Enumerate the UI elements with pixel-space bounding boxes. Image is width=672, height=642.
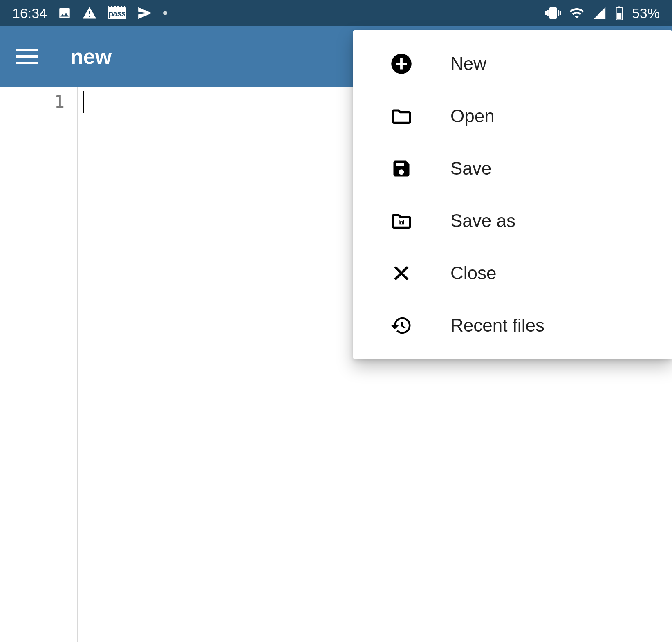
hamburger-menu-button[interactable]	[16, 49, 38, 64]
save-icon	[390, 158, 413, 179]
folder-open-icon	[390, 104, 413, 128]
menu-item-label: Open	[450, 106, 647, 126]
overflow-menu: New Open Save Save as Close Recent files	[353, 30, 672, 359]
battery-icon	[615, 6, 624, 20]
menu-item-open[interactable]: Open	[353, 90, 672, 142]
vibrate-icon	[545, 5, 561, 21]
status-bar: 16:34 pass 53%	[0, 0, 672, 26]
menu-item-save[interactable]: Save	[353, 142, 672, 195]
warning-icon	[82, 6, 97, 20]
page-title: new	[70, 44, 112, 69]
wifi-icon	[569, 5, 585, 21]
text-cursor	[83, 91, 84, 113]
line-gutter: 1	[0, 87, 78, 642]
svg-rect-1	[618, 7, 620, 8]
add-circle-icon	[390, 53, 413, 75]
send-icon	[137, 5, 152, 21]
close-x-icon	[390, 264, 413, 283]
svg-rect-2	[617, 13, 622, 19]
pass-icon: pass	[108, 7, 126, 19]
menu-item-label: Close	[450, 263, 647, 283]
menu-item-label: Recent files	[450, 315, 647, 336]
menu-item-recent-files[interactable]: Recent files	[353, 299, 672, 352]
line-number: 1	[0, 92, 65, 112]
menu-item-label: Save as	[450, 211, 647, 231]
menu-item-save-as[interactable]: Save as	[353, 195, 672, 247]
battery-text: 53%	[632, 5, 660, 21]
dot-icon	[163, 11, 167, 15]
history-icon	[390, 314, 413, 337]
menu-item-label: New	[450, 54, 647, 74]
status-right: 53%	[545, 5, 660, 21]
menu-item-close[interactable]: Close	[353, 247, 672, 299]
cell-icon	[593, 6, 607, 20]
menu-item-label: Save	[450, 158, 647, 179]
status-time: 16:34	[12, 5, 47, 21]
image-icon	[58, 6, 72, 20]
status-left: 16:34 pass	[12, 5, 167, 21]
save-as-icon	[390, 209, 413, 233]
menu-item-new[interactable]: New	[353, 38, 672, 90]
